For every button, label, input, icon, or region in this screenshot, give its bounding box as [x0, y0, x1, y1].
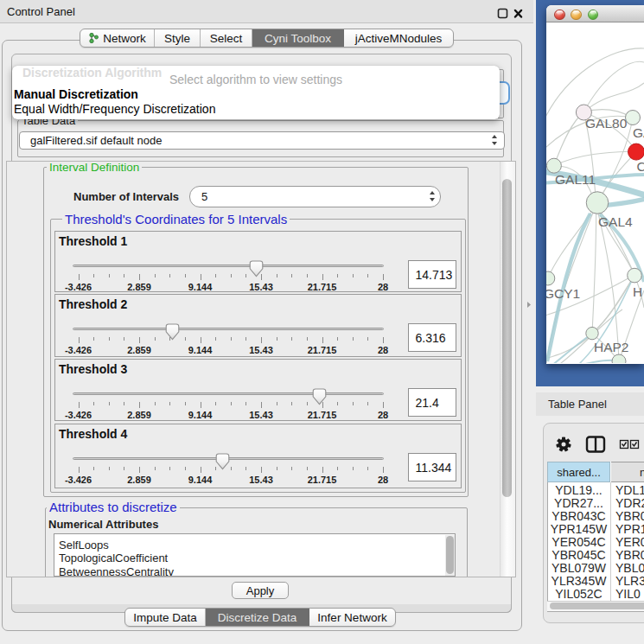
svg-text:GA: GA [633, 125, 644, 140]
svg-text:GAL4: GAL4 [598, 214, 633, 229]
svg-text:GAL11: GAL11 [555, 172, 596, 187]
svg-text:HAP2: HAP2 [594, 340, 629, 354]
svg-text:GAL80: GAL80 [585, 116, 628, 131]
svg-text:H: H [633, 284, 642, 299]
svg-text:GCY1: GCY1 [546, 286, 580, 301]
svg-text:C: C [637, 159, 644, 174]
